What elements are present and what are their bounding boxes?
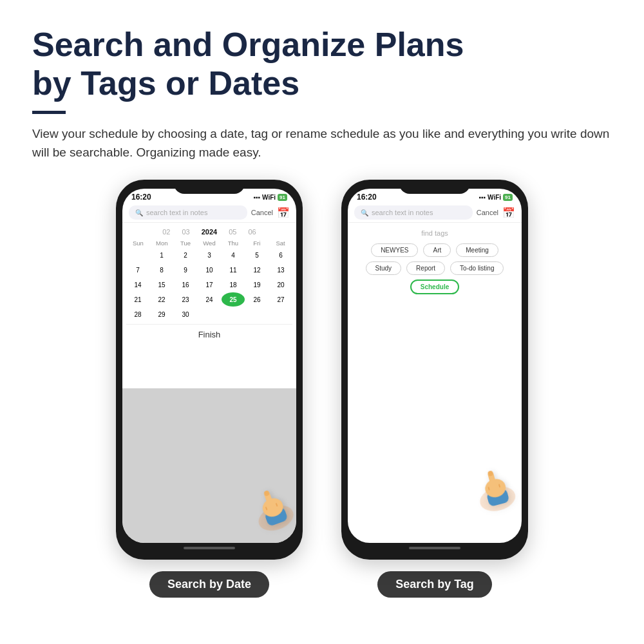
finish-button[interactable]: Finish [126,324,292,345]
phone-date-wrapper: 16:20 ▪▪▪ WiFi 91 🔍 search text in notes [116,180,303,598]
search-bar-date: 🔍 search text in notes Cancel 📅 [122,203,296,223]
signal-icon-tag: ▪▪▪ [478,194,486,201]
time-tag: 16:20 [357,193,377,202]
phones-row: 16:20 ▪▪▪ WiFi 91 🔍 search text in notes [32,180,612,625]
time-date: 16:20 [131,193,151,202]
tag-meeting[interactable]: Meeting [456,243,498,257]
cal-weekdays: Sun Mon Tue Wed Thu Fri Sat [126,240,292,247]
cancel-btn-date[interactable]: Cancel [251,209,273,216]
description-text: View your schedule by choosing a date, t… [32,124,612,162]
status-icons-date: ▪▪▪ WiFi 91 [253,194,287,201]
signal-icon: ▪▪▪ [253,194,260,201]
calendar-content: 02 03 2024 05 06 Sun Mon Tue Wed Thu [122,223,296,386]
search-bar-tag: 🔍 search text in notes Cancel 📅 [348,203,522,223]
phone-notch-date [174,180,245,194]
search-by-date-badge: Search by Date [149,571,269,598]
phone-tag-wrapper: 16:20 ▪▪▪ WiFi 91 🔍 search text in notes [341,180,528,598]
tag-art[interactable]: Art [423,243,451,257]
month-nav: 02 03 2024 05 06 [126,228,292,236]
tags-row-3: Schedule [353,279,516,294]
calendar-icon-date[interactable]: 📅 [277,207,290,219]
tags-row-1: NEWYES Art Meeting [353,243,516,257]
search-icon-tag: 🔍 [361,209,368,216]
find-tags-label: find tags [353,229,516,237]
search-by-tag-badge: Search by Tag [377,571,492,598]
phone-date-screen: 16:20 ▪▪▪ WiFi 91 🔍 search text in notes [122,189,296,543]
tags-grid: NEWYES Art Meeting Study Report To-do li… [353,243,516,294]
phone-date: 16:20 ▪▪▪ WiFi 91 🔍 search text in notes [116,180,303,560]
main-heading: Search and Organize Plans by Tags or Dat… [32,26,612,103]
home-indicator-date [184,547,235,549]
cal-days: 1 2 3 4 5 6 7 8 9 10 11 12 [126,248,292,321]
cancel-btn-tag[interactable]: Cancel [477,209,498,216]
tags-row-2: Study Report To-do listing [353,261,516,275]
search-icon-date: 🔍 [135,209,143,216]
tag-todo[interactable]: To-do listing [450,261,504,275]
search-input-tag[interactable]: 🔍 search text in notes [354,205,473,220]
wifi-icon-tag: WiFi [488,194,501,201]
battery-tag: 91 [503,194,513,201]
tag-report[interactable]: Report [406,261,445,275]
page: Search and Organize Plans by Tags or Dat… [0,0,644,644]
tags-content: find tags NEWYES Art Meeting Study Repor… [348,223,522,543]
wifi-icon: WiFi [262,194,276,201]
home-indicator-tag [409,547,460,549]
tag-newyes[interactable]: NEWYES [371,243,418,257]
status-icons-tag: ▪▪▪ WiFi 91 [478,194,513,201]
tag-study[interactable]: Study [366,261,402,275]
phone-notch-tag [399,180,470,194]
calendar-icon-tag[interactable]: 📅 [502,207,515,219]
gray-area [122,388,296,544]
heading-divider [32,111,66,114]
phone-tag: 16:20 ▪▪▪ WiFi 91 🔍 search text in notes [341,180,528,560]
today-marker[interactable]: 25 [222,292,245,307]
battery-date: 91 [278,194,287,201]
tag-schedule[interactable]: Schedule [410,279,459,294]
phone-tag-screen: 16:20 ▪▪▪ WiFi 91 🔍 search text in notes [348,189,522,543]
search-input-date[interactable]: 🔍 search text in notes [129,205,247,220]
